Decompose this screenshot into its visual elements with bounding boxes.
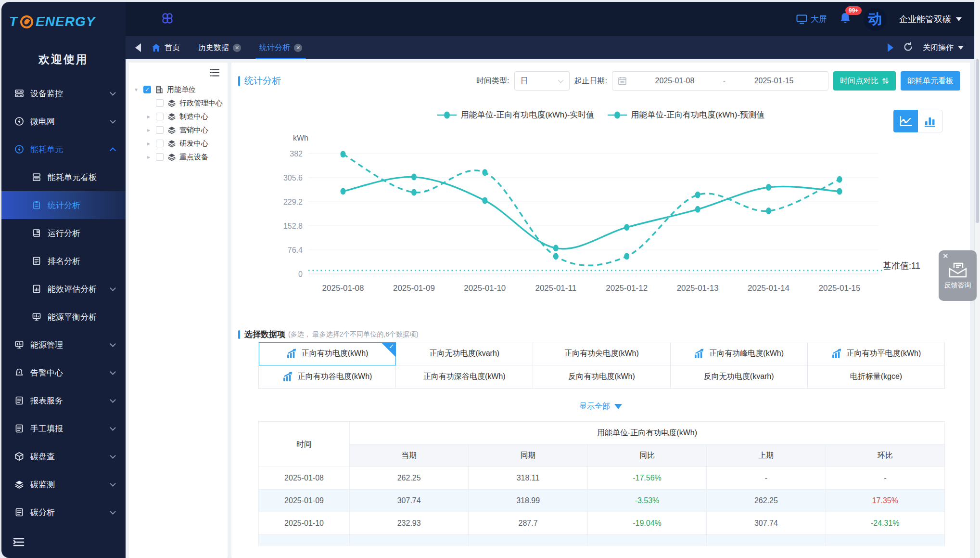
data-item-7[interactable]: 反向有功电度(kWh) [533,365,670,389]
feedback-close-icon[interactable]: ✕ [942,252,949,260]
data-table-wrap: 时间用能单位-正向有功电度(kWh)当期同期同比上期环比2025-01-0826… [258,421,945,546]
tree-checkbox[interactable] [156,126,164,134]
data-item-6[interactable]: 正向有功深谷电度(kWh) [396,365,533,389]
tree-node-1[interactable]: 行政管理中心 [129,96,228,110]
sidebar-item-13[interactable]: 碳盘查 [1,442,126,470]
data-item-4[interactable]: 正向有功平电度(kWh) [808,342,945,365]
big-screen-button[interactable]: 大屏 [796,13,827,25]
tab-0[interactable]: 首页 [148,36,184,59]
legend-item-1[interactable]: 用能单位-正向有功电度(kWh)-预测值 [607,109,765,120]
data-item-9[interactable]: 电折标量(kgce) [808,365,945,389]
tree-node-5[interactable]: ▸重点设备 [129,150,228,164]
feedback-widget[interactable]: ✕ 反馈咨询 [939,250,977,301]
legend-item-0[interactable]: 用能单位-正向有功电度(kWh)-实时值 [437,109,595,120]
data-item-label: 正向有功谷电度(kWh) [298,372,372,382]
show-all-link[interactable]: 显示全部 [231,402,970,412]
scrollbar-thumb[interactable] [976,59,979,223]
data-item-5[interactable]: 正向有功谷电度(kWh) [259,365,396,389]
org-switcher[interactable]: 企业能管双碳 [899,13,962,25]
energy-unit-board-button[interactable]: 能耗单元看板 [901,71,960,91]
sidebar-item-7[interactable]: 能效评估分析 [1,275,126,303]
tab-2[interactable]: 统计分析✕ [255,36,306,59]
tabbar-right: 关闭操作 [888,42,974,54]
tree-caret-icon[interactable]: ▸ [145,140,152,147]
tab-close-icon[interactable]: ✕ [294,44,302,52]
big-screen-label: 大屏 [811,13,827,25]
tree-checkbox[interactable] [156,113,164,120]
sidebar-item-2[interactable]: 能耗单元 [1,135,126,163]
sidebar-item-4[interactable]: 统计分析 [1,191,126,219]
sidebar-item-10[interactable]: 告警中心 [1,359,126,387]
page: T ENERGY 欢迎使用 设备监控微电网能耗单元能耗单元看板统计分析运行分析排… [0,0,980,558]
time-point-compare-button[interactable]: 时间点对比 [833,71,896,91]
tabs-scroll-right-icon[interactable] [888,43,893,52]
table-row-2-time: 2025-01-10 [259,512,350,535]
sidebar-item-label: 手工填报 [30,423,63,434]
data-item-2[interactable]: 正向有功尖电度(kWh) [533,342,670,365]
tree-caret-icon[interactable]: ▸ [145,154,152,160]
svg-text:229.2: 229.2 [283,198,303,206]
logo-flame-icon [20,15,33,28]
sidebar-item-3[interactable]: 能耗单元看板 [1,163,126,191]
avatar-glyph: 动 [868,10,882,29]
close-operations-dropdown[interactable]: 关闭操作 [923,43,964,53]
tree-checkbox[interactable] [156,153,164,161]
tree-node-3[interactable]: ▸营销中心 [129,123,228,137]
sidebar-item-8[interactable]: 能源平衡分析 [1,303,126,331]
data-item-1[interactable]: 正向无功电度(kvarh) [396,342,533,365]
tree-node-0[interactable]: ▾✓用能单位 [129,83,228,96]
tree-fold-icon[interactable] [209,68,220,79]
sidebar: T ENERGY 欢迎使用 设备监控微电网能耗单元能耗单元看板统计分析运行分析排… [1,2,126,558]
layers-icon [167,99,176,107]
tree-node-label: 营销中心 [179,126,208,135]
logo-text-t: T [9,14,18,29]
trend-bars-icon [282,372,293,382]
sidebar-item-label: 能耗单元看板 [48,172,97,183]
tree-checkbox[interactable]: ✓ [143,86,151,93]
sidebar-item-15[interactable]: 碳分析 [1,498,126,526]
svg-text:2025-01-08: 2025-01-08 [322,284,364,293]
apps-clover-icon[interactable] [161,12,174,26]
refresh-icon[interactable] [903,42,913,54]
tab-1[interactable]: 历史数据✕ [194,36,245,59]
date-end-value[interactable]: 2025-01-15 [725,77,822,85]
table-row-1-cell-3: 262.25 [707,490,826,512]
tab-close-icon[interactable]: ✕ [233,44,241,52]
data-item-3[interactable]: 正向有功峰电度(kWh) [671,342,808,365]
tree-checkbox[interactable] [156,99,164,107]
tree-node-4[interactable]: ▸研发中心 [129,137,228,150]
sidebar-item-12[interactable]: 手工填报 [1,415,126,442]
sidebar-menu: 设备监控微电网能耗单元能耗单元看板统计分析运行分析排名分析能效评估分析能源平衡分… [1,79,126,526]
sidebar-item-5[interactable]: 运行分析 [1,219,126,247]
data-item-8[interactable]: 反向无功电度(kvarh) [671,365,808,389]
table-row-2-cell-1: 287.7 [469,512,587,535]
tree-caret-icon[interactable]: ▸ [145,113,152,120]
svg-text:2025-01-12: 2025-01-12 [606,284,648,293]
user-avatar[interactable]: 动 [864,8,887,31]
tree-node-2[interactable]: ▸制造中心 [129,110,228,123]
sidebar-item-0[interactable]: 设备监控 [1,79,126,107]
sidebar-item-14[interactable]: 碳监测 [1,470,126,498]
tree-checkbox[interactable] [156,140,164,147]
time-type-value: 日 [521,76,528,86]
energy-line-chart[interactable]: 382305.6229.2152.876.40kWh2025-01-082025… [260,130,939,308]
data-table: 时间用能单位-正向有功电度(kWh)当期同期同比上期环比2025-01-0826… [258,421,945,546]
sidebar-item-9[interactable]: 能源管理 [1,331,126,359]
bar-chart-toggle-button[interactable] [918,110,942,132]
sidebar-item-11[interactable]: 报表服务 [1,387,126,415]
sidebar-item-6[interactable]: 排名分析 [1,247,126,275]
time-type-select[interactable]: 日 [514,71,570,91]
notifications-bell-icon[interactable]: 99+ [840,12,851,26]
tabs-scroll-left-icon[interactable] [135,43,141,52]
date-start-value[interactable]: 2025-01-08 [626,77,723,85]
table-row-2-cell-0: 232.93 [350,512,469,535]
date-range-input[interactable]: 2025-01-08 - 2025-01-15 [612,71,828,91]
sidebar-collapse-icon[interactable] [13,537,25,549]
svg-text:2025-01-15: 2025-01-15 [819,284,861,293]
line-chart-toggle-button[interactable] [893,110,918,132]
table-row-0-cell-4: - [826,467,945,490]
tree-caret-icon[interactable]: ▾ [133,86,140,93]
tree-caret-icon[interactable]: ▸ [145,127,152,133]
sidebar-item-1[interactable]: 微电网 [1,107,126,135]
data-item-0[interactable]: 正向有功电度(kWh)✓ [259,342,396,365]
